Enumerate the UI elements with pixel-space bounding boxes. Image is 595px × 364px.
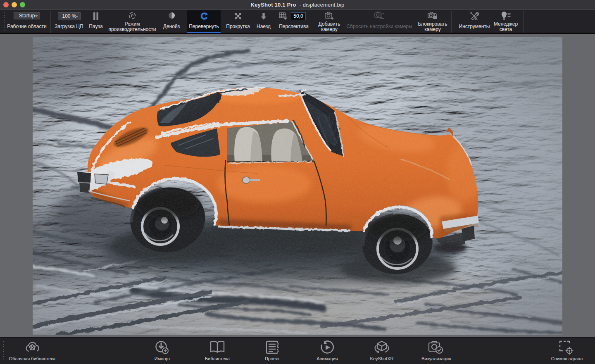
svg-text:P: P (131, 14, 133, 18)
